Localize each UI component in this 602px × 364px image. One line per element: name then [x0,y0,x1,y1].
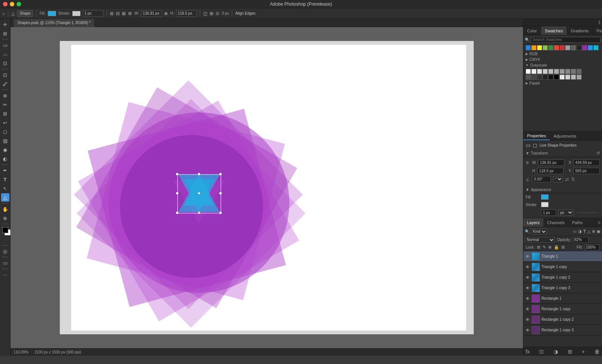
stroke-color-box[interactable] [72,11,81,16]
swatches-search-input[interactable] [531,37,600,43]
path-ops-icon[interactable]: ⊞ [110,11,114,16]
gradient-tool[interactable]: ▧ [1,136,9,145]
window-controls[interactable] [3,2,21,6]
lock-position-icon[interactable]: ✎ [543,245,546,250]
layer-item-6[interactable]: 👁 Rectangle 1 copy 2 [523,314,602,325]
stroke-size-field[interactable] [83,10,103,17]
filter-shape-btn[interactable]: △ [587,229,590,234]
swatch-blue2[interactable] [588,45,593,50]
swatch-cyan[interactable] [593,45,599,50]
fill-color-box[interactable] [48,11,56,16]
gs-swatch-10[interactable] [576,69,582,74]
gs-swatch-18[interactable] [565,74,570,80]
layer-eye-2[interactable]: 👁 [525,275,530,280]
transform-section-title[interactable]: ▼ Transform ↺ [523,150,602,157]
brush-tool[interactable]: ✏ [1,100,9,109]
lock-artboard-icon[interactable]: ⊕ [548,245,552,250]
blur-tool[interactable]: ◉ [1,146,9,154]
healing-tool[interactable]: ⊕ [1,91,9,100]
hand-tool[interactable]: ✋ [1,205,9,213]
move-tool[interactable]: ✛ [1,20,9,29]
minimize-button[interactable] [10,2,14,6]
add-adjustment-btn[interactable]: ◑ [553,349,558,355]
foreground-color[interactable] [2,227,8,233]
gs-swatch-3[interactable] [537,69,542,74]
grayscale-label-row[interactable]: ▼ Grayscale [523,62,602,68]
rectangular-marquee-tool[interactable]: ▭ [1,41,9,49]
shape-dropdown[interactable]: Shape [17,10,33,17]
filter-type-btn[interactable]: T [583,229,586,234]
dodge-tool[interactable]: ◐ [1,155,9,163]
tab-channels[interactable]: Channels [543,218,568,227]
swatch-green[interactable] [548,45,553,50]
settings-icon[interactable]: ⚙ [128,11,132,16]
layer-item-4[interactable]: 👁 Rectangle 1 [523,293,602,304]
warp-icon[interactable]: ⊙ [216,11,219,16]
tab-adjustments[interactable]: Adjustments [550,132,580,140]
pen-tool[interactable]: ✒ [1,166,9,174]
layer-eye-1[interactable]: 👁 [525,265,530,269]
stroke-width-field[interactable] [541,209,556,216]
stroke-color-swatch[interactable] [541,202,549,207]
collapse-panel-btn[interactable]: ⟫ [598,20,600,25]
canvas-wrapper[interactable] [11,27,523,348]
gs-swatch-15[interactable] [548,74,553,80]
artboard-tool[interactable]: ⊞ [1,29,9,38]
stroke-unit-select[interactable]: px [558,209,573,216]
tab-swatches[interactable]: Swatches [541,26,567,35]
swatch-gray[interactable] [565,45,570,50]
object-selection-tool[interactable]: ⊡ [1,59,9,67]
gs-swatch-5[interactable] [548,69,553,74]
layer-item-5[interactable]: 👁 Rectangle 1 copy [523,304,602,314]
layer-item-1[interactable]: 👁 Triangle 1 copy [523,262,602,272]
filter-on-btn[interactable]: ◉ [597,229,600,234]
path-selection-tool[interactable]: ↖ [1,184,9,193]
pastel-label-row[interactable]: ▶ Pastel [523,80,602,86]
shape-tool[interactable]: △ [1,193,9,202]
path-op3[interactable]: ⊠ [122,11,126,16]
link-icon[interactable]: ⊕ [164,11,168,16]
add-fx-btn[interactable]: fx [526,349,530,355]
layer-eye-3[interactable]: 👁 [525,286,530,290]
swatch-nearblack[interactable] [576,45,582,50]
layer-eye-0[interactable]: 👁 [525,254,530,259]
filter-smart-btn[interactable]: ⊕ [592,229,595,234]
blend-mode-select[interactable]: Normal [525,237,555,243]
rgb-label-row[interactable]: ▶ RGB [523,51,602,57]
gs-swatch-14[interactable] [543,74,548,80]
screen-mode-btn[interactable]: ▭ [1,259,9,267]
home-icon[interactable]: ⌂ [2,11,5,16]
zoom-tool[interactable]: ⊕ [1,214,9,222]
opacity-field[interactable] [573,237,588,243]
layer-eye-7[interactable]: 👁 [525,328,530,332]
swatch-lightgreen[interactable] [543,45,548,50]
gs-swatch-9[interactable] [571,69,576,74]
angle-unit-select[interactable]: ° [553,176,563,182]
lock-pixels-icon[interactable]: ⊞ [537,245,540,250]
history-brush-tool[interactable]: ↩ [1,118,9,127]
align-icon[interactable]: ⊞ [210,11,213,16]
shape-icon[interactable]: △ [11,11,15,16]
layers-panel-menu-btn[interactable]: ≡ [596,218,602,227]
flip-h-icon[interactable]: ⇄ [565,177,569,182]
gs-swatch-11[interactable] [526,74,531,80]
delete-layer-btn[interactable]: 🗑 [594,349,600,355]
cmyk-label-row[interactable]: ▶ CMYK [523,57,602,62]
layer-item-7[interactable]: 👁 Rectangle 1 copy 3 [523,325,602,335]
swatch-yellow[interactable] [537,45,542,50]
gs-swatch-6[interactable] [554,69,559,74]
transform-x-field[interactable] [573,159,600,166]
document-tab[interactable]: Shapes.psdc @ 110% (Triangle 1, RGB/8) * [14,19,95,27]
swatch-orange[interactable] [531,45,537,50]
new-group-btn[interactable]: ⊞ [568,349,572,355]
width-field[interactable] [141,10,162,17]
gs-swatch-17[interactable] [559,74,565,80]
swatch-blue[interactable] [526,45,531,50]
add-mask-btn[interactable]: ⊡ [539,349,544,355]
filter-adjust-btn[interactable]: ◑ [578,229,582,234]
gs-swatch-16[interactable] [554,74,559,80]
appearance-section-title[interactable]: ▼ Appearance [523,187,602,193]
lock-extra-icon[interactable]: ⊞ [561,245,565,250]
new-layer-btn[interactable]: + [582,349,585,355]
swatch-darkgray[interactable] [571,45,576,50]
